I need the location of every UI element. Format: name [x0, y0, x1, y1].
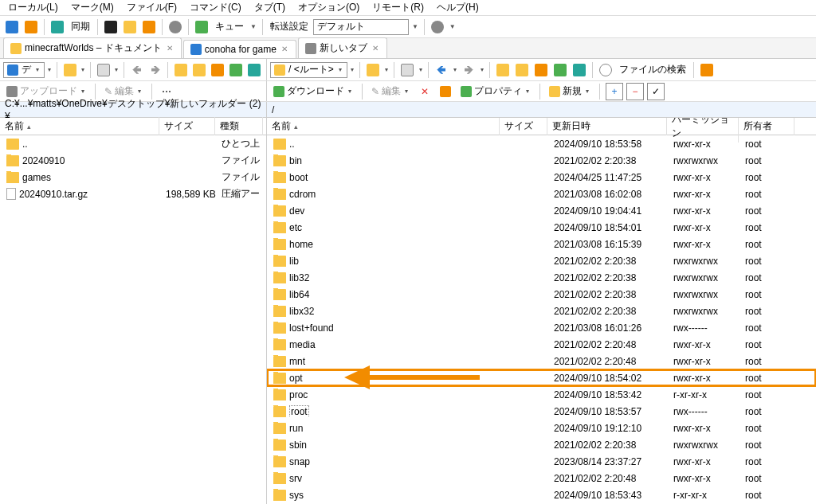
session-tab[interactable]: minecraftWorlds – ドキュメント✕ — [3, 37, 182, 58]
list-item[interactable]: root2024/09/10 18:53:57rwx------root — [267, 403, 816, 420]
folder-icon — [273, 155, 286, 166]
sync-icon[interactable] — [246, 61, 263, 79]
find-label[interactable]: ファイルの検索 — [616, 63, 689, 76]
sync-label[interactable]: 同期 — [68, 20, 93, 33]
back-icon[interactable]: 🡸 — [128, 61, 145, 79]
list-item[interactable]: ..ひとつ上 — [0, 135, 266, 152]
close-icon[interactable]: ✕ — [280, 45, 289, 54]
file-name: etc — [289, 222, 302, 233]
list-item[interactable]: cdrom2021/03/08 16:02:08rwxr-xr-xroot — [267, 186, 816, 202]
menu-item[interactable]: ヘルプ(H) — [432, 0, 484, 16]
gear-icon[interactable] — [429, 18, 446, 36]
edit-button[interactable]: ✎編集▾ — [368, 83, 413, 100]
transfer-preset-select[interactable]: デフォルト — [313, 19, 409, 35]
stack-icon[interactable] — [140, 18, 158, 36]
forward-icon[interactable]: 🡺 — [460, 61, 477, 79]
close-icon[interactable]: ✕ — [371, 44, 380, 53]
properties-button[interactable]: プロパティ▾ — [457, 83, 534, 100]
menu-item[interactable]: マーク(M) — [66, 0, 119, 16]
refresh-icon[interactable] — [551, 61, 569, 79]
remote-column-header[interactable]: 名前▴ サイズ 更新日時 パーミッション 所有者 — [267, 118, 816, 135]
local-column-header[interactable]: 名前▴ サイズ 種類 — [0, 118, 266, 135]
list-item[interactable]: etc2024/09/10 18:54:01rwxr-xr-xroot — [267, 219, 816, 236]
refresh-icon[interactable] — [228, 61, 245, 79]
back-icon[interactable]: 🡸 — [433, 61, 450, 79]
queue-label[interactable]: キュー — [212, 20, 247, 33]
local-path[interactable]: C:¥...¥matts¥OneDrive¥デスクトップ¥新しいフォルダー (2… — [0, 102, 267, 117]
remote-path[interactable]: / — [267, 102, 816, 117]
menu-item[interactable]: オプション(O) — [293, 0, 364, 16]
plus-icon[interactable]: + — [606, 83, 623, 100]
menu-item[interactable]: タブ(T) — [249, 0, 290, 16]
home-icon[interactable] — [532, 61, 550, 79]
shapes-icon[interactable] — [121, 18, 139, 36]
filter-icon[interactable] — [398, 61, 416, 79]
remote-path-select[interactable]: / <ルート>▾ — [270, 62, 347, 78]
list-item[interactable]: boot2024/04/25 11:47:25rwxr-xr-xroot — [267, 169, 816, 186]
menu-item[interactable]: コマンド(C) — [185, 0, 246, 16]
home-icon[interactable] — [210, 61, 226, 79]
list-item[interactable]: srv2021/02/02 2:20:48rwxr-xr-xroot — [267, 470, 816, 486]
settings-icon[interactable] — [167, 18, 184, 36]
close-icon[interactable]: ✕ — [165, 44, 175, 53]
delete-icon[interactable]: ✕ — [416, 83, 434, 100]
list-item[interactable]: lib2021/02/02 2:20:38rwxrwxrwxroot — [267, 252, 816, 269]
menu-item[interactable]: ローカル(L) — [3, 0, 63, 16]
list-item[interactable]: snap2023/08/14 23:37:27rwxr-xr-xroot — [267, 453, 816, 470]
list-item[interactable]: gamesファイル — [0, 169, 266, 186]
list-item[interactable]: mnt2021/02/02 2:20:48rwxr-xr-xroot — [267, 353, 816, 369]
list-item[interactable]: bin2021/02/02 2:20:38rwxrwxrwxroot — [267, 152, 816, 169]
queue-icon[interactable] — [193, 18, 210, 36]
list-item[interactable]: lib322021/02/02 2:20:38rwxrwxrwxroot — [267, 269, 816, 286]
menu-item[interactable]: リモート(R) — [367, 0, 429, 16]
folder-icon — [273, 172, 286, 183]
list-item[interactable]: sys2024/09/10 18:53:43r-xr-xr-xroot — [267, 486, 816, 503]
list-item[interactable]: lost+found2021/03/08 16:01:26rwx------ro… — [267, 319, 816, 336]
terminal-icon[interactable] — [102, 18, 120, 36]
file-name: .. — [289, 139, 295, 150]
chevron-down-icon[interactable]: ▼ — [410, 23, 420, 30]
list-item[interactable]: dev2024/09/10 19:04:41rwxr-xr-xroot — [267, 202, 816, 219]
open-folder-icon[interactable] — [364, 61, 382, 79]
list-item[interactable]: sbin2021/02/02 2:20:38rwxrwxrwxroot — [267, 436, 816, 453]
folder2-icon[interactable] — [513, 61, 531, 79]
menu-item[interactable]: ファイル(F) — [122, 0, 182, 16]
folder2-icon[interactable] — [190, 61, 207, 79]
folder-icon — [273, 389, 286, 400]
find-icon[interactable] — [597, 61, 614, 79]
list-item[interactable]: ..2024/09/10 18:53:58rwxr-xr-xroot — [267, 135, 816, 152]
folder-icon[interactable] — [494, 61, 512, 79]
minus-icon[interactable]: − — [626, 83, 644, 100]
list-item[interactable]: run2024/09/10 19:12:10rwxr-xr-xroot — [267, 420, 816, 436]
sync-browse-icon[interactable] — [49, 18, 66, 36]
session-tab[interactable]: 新しいタブ✕ — [298, 37, 387, 58]
download-button[interactable]: ダウンロード▾ — [270, 83, 356, 100]
new-button[interactable]: 新規▾ — [546, 83, 594, 100]
list-item[interactable]: 20240910ファイル — [0, 152, 266, 169]
list-item[interactable]: media2021/02/02 2:20:48rwxr-xr-xroot — [267, 336, 816, 353]
folder-icon — [273, 339, 286, 350]
session-icon[interactable] — [3, 18, 21, 36]
sync-icon[interactable] — [571, 61, 588, 79]
open-folder-icon[interactable] — [61, 61, 78, 79]
chevron-down-icon[interactable]: ▼ — [448, 23, 457, 30]
filter-icon[interactable] — [95, 61, 112, 79]
file-name: mnt — [289, 356, 305, 367]
session-tab[interactable]: conoha for game✕ — [183, 40, 296, 58]
local-file-list[interactable]: ..ひとつ上20240910ファイルgamesファイル20240910.tar.… — [0, 135, 266, 504]
list-item[interactable]: lib642021/02/02 2:20:38rwxrwxrwxroot — [267, 286, 816, 303]
rename-icon[interactable] — [437, 83, 454, 100]
list-item[interactable]: opt2024/09/10 18:54:02rwxr-xr-xroot — [267, 369, 816, 386]
list-item[interactable]: proc2024/09/10 18:53:42r-xr-xr-xroot — [267, 386, 816, 403]
chevron-down-icon[interactable]: ▼ — [249, 23, 258, 30]
local-drive-select[interactable]: デ▾ — [3, 62, 45, 78]
bookmark-icon[interactable] — [698, 61, 716, 79]
list-item[interactable]: 20240910.tar.gz198,589 KB圧縮アー — [0, 186, 266, 202]
remote-file-list[interactable]: ..2024/09/10 18:53:58rwxr-xr-xrootbin202… — [267, 135, 816, 504]
check-icon[interactable]: ✓ — [647, 83, 665, 100]
list-item[interactable]: home2021/03/08 16:15:39rwxr-xr-xroot — [267, 236, 816, 252]
forward-icon[interactable]: 🡺 — [147, 61, 163, 79]
list-item[interactable]: libx322021/02/02 2:20:38rwxrwxrwxroot — [267, 303, 816, 319]
sites-icon[interactable] — [22, 18, 40, 36]
folder-icon[interactable] — [172, 61, 189, 79]
